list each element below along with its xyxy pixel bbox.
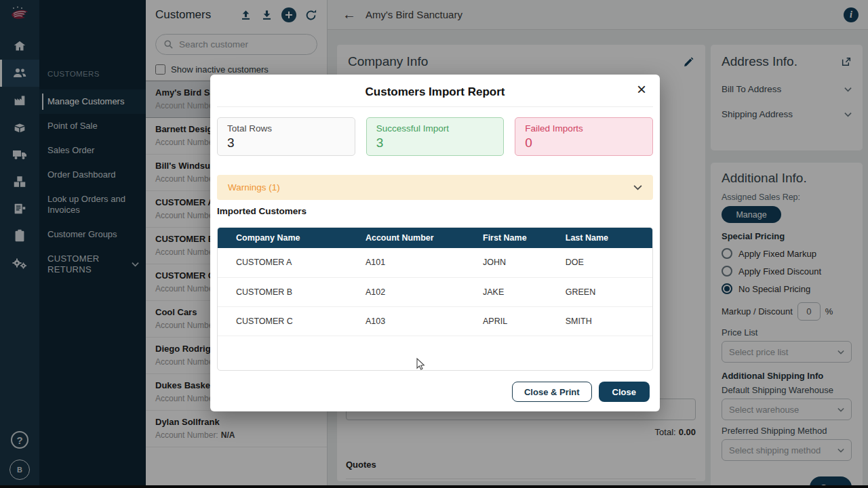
stat-failed-imports: Failed Imports 0: [515, 117, 653, 156]
modal-divider: [217, 106, 653, 107]
table-row: CUSTOMER CA103APRILSMITH: [218, 306, 652, 336]
close-button[interactable]: Close: [599, 382, 650, 402]
close-print-button[interactable]: Close & Print: [512, 382, 592, 402]
stat-total-rows: Total Rows 3: [217, 117, 355, 156]
import-report-modal: Customers Import Report × Total Rows 3 S…: [210, 75, 660, 411]
app-screen: ? B CUSTOMERS Manage Customers Point of …: [0, 0, 868, 488]
modal-title: Customers Import Report: [210, 85, 660, 99]
warnings-accordion[interactable]: Warnings (1): [217, 175, 653, 200]
imported-customers-table: Company Name Account Number First Name L…: [217, 227, 653, 371]
table-row: CUSTOMER BA102JAKEGREEN: [218, 277, 652, 306]
table-header-row: Company Name Account Number First Name L…: [218, 228, 652, 248]
imported-customers-label: Imported Customers: [217, 206, 307, 216]
chevron-down-icon: [633, 184, 642, 190]
stat-successful-import: Successful Import 3: [366, 117, 505, 156]
close-icon[interactable]: ×: [637, 81, 646, 98]
table-row: CUSTOMER AA101JOHNDOE: [218, 248, 652, 277]
